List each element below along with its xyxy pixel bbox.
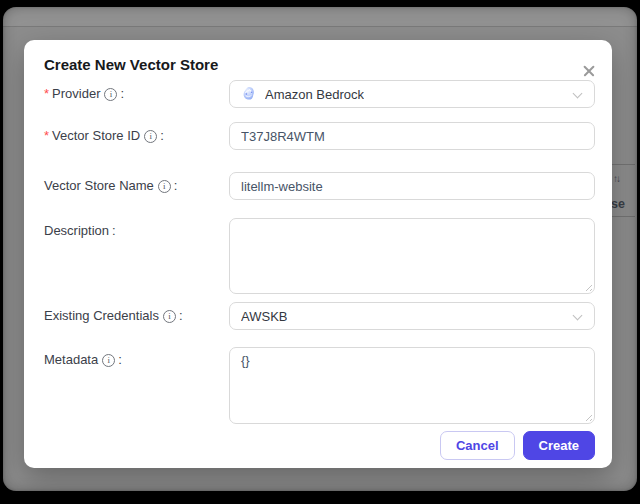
create-vector-store-modal: Create New Vector Store * Provider : xyxy=(24,40,612,468)
cancel-button[interactable]: Cancel xyxy=(440,431,515,460)
metadata-label-text: Metadata xyxy=(44,352,98,368)
modal-footer: Cancel Create xyxy=(44,431,595,460)
info-icon[interactable] xyxy=(104,88,117,101)
info-icon[interactable] xyxy=(158,180,171,193)
provider-label-text: Provider xyxy=(52,86,100,102)
metadata-label: Metadata : xyxy=(44,347,229,368)
label-colon: : xyxy=(112,223,116,239)
modal-title: Create New Vector Store xyxy=(44,55,595,75)
background-partial-text: se xyxy=(611,197,625,211)
label-colon: : xyxy=(179,308,183,324)
sort-icon: ↑↓ xyxy=(613,173,619,184)
background-table-divider xyxy=(609,164,635,165)
label-colon: : xyxy=(118,352,122,368)
label-colon: : xyxy=(174,178,178,194)
existing-credentials-select[interactable]: AWSKB xyxy=(229,302,595,330)
info-icon[interactable] xyxy=(102,354,115,367)
existing-credentials-label-text: Existing Credentials xyxy=(44,308,159,324)
description-row: Description : xyxy=(44,218,595,294)
existing-credentials-row: Existing Credentials : AWSKB xyxy=(44,302,595,330)
label-colon: : xyxy=(120,86,124,102)
description-label-text: Description xyxy=(44,223,109,239)
modal-header: Create New Vector Store xyxy=(44,55,595,75)
background-table-divider xyxy=(609,216,635,217)
close-x-glyph xyxy=(582,64,596,78)
vector-store-name-row: Vector Store Name : xyxy=(44,172,595,200)
vector-store-id-label: * Vector Store ID : xyxy=(44,128,229,144)
existing-credentials-select-value: AWSKB xyxy=(241,309,287,324)
vector-store-name-label-text: Vector Store Name xyxy=(44,178,154,194)
vector-store-id-row: * Vector Store ID : xyxy=(44,122,595,150)
provider-label: * Provider : xyxy=(44,86,229,102)
chevron-down-icon xyxy=(573,311,583,321)
description-label: Description : xyxy=(44,218,229,239)
vector-store-name-input[interactable] xyxy=(229,172,595,200)
app-window-backdrop: ↑↓ se Create New Vector Store * Provider… xyxy=(3,7,637,491)
info-icon[interactable] xyxy=(144,130,157,143)
metadata-textarea[interactable]: {} xyxy=(229,347,595,424)
required-mark: * xyxy=(44,86,49,102)
provider-select[interactable]: Amazon Bedrock xyxy=(229,80,595,108)
info-icon[interactable] xyxy=(163,310,176,323)
close-icon[interactable] xyxy=(580,56,598,74)
required-mark: * xyxy=(44,128,49,144)
vector-store-name-label: Vector Store Name : xyxy=(44,178,229,194)
label-colon: : xyxy=(160,128,164,144)
chevron-down-icon xyxy=(573,89,583,99)
description-textarea[interactable] xyxy=(229,218,595,294)
provider-row: * Provider : xyxy=(44,80,595,108)
amazon-bedrock-icon xyxy=(241,86,257,102)
vector-store-id-label-text: Vector Store ID xyxy=(52,128,140,144)
provider-select-value: Amazon Bedrock xyxy=(265,87,364,102)
existing-credentials-label: Existing Credentials : xyxy=(44,308,229,324)
create-button[interactable]: Create xyxy=(523,431,595,460)
vector-store-id-input[interactable] xyxy=(229,122,595,150)
metadata-row: Metadata : {} xyxy=(44,347,595,424)
